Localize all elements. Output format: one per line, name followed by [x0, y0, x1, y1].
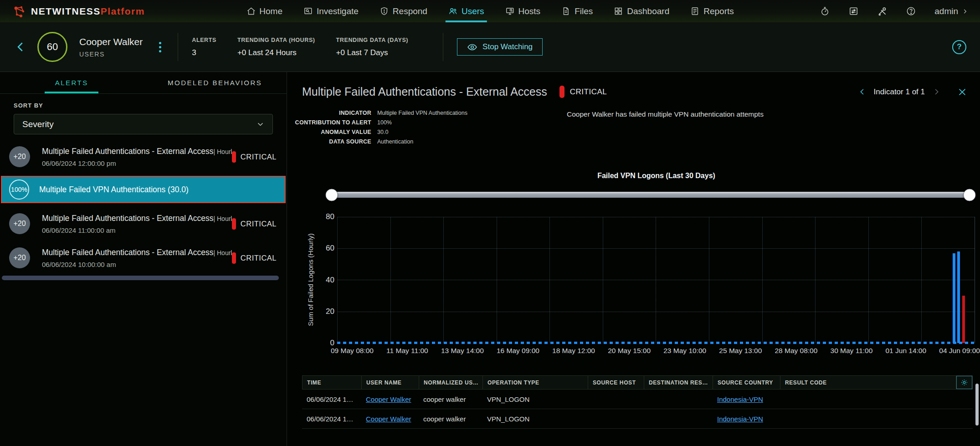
severity-pill: [232, 151, 236, 163]
entity-identity: Cooper Walker USERS: [79, 36, 143, 58]
context-help-icon[interactable]: ?: [952, 40, 966, 54]
close-icon[interactable]: [957, 87, 967, 97]
nav-item-reports[interactable]: Reports: [690, 0, 734, 22]
nav-item-home[interactable]: Home: [246, 0, 282, 22]
table-row[interactable]: 06/06/2024 12:2… Cooper Walker cooper wa…: [302, 390, 973, 409]
nav-item-hosts[interactable]: Hosts: [505, 0, 541, 22]
chart-bar-anomaly-spike: [962, 296, 965, 343]
sort-selected-value: Severity: [22, 119, 54, 129]
column-header-source-host[interactable]: SOURCE HOST: [588, 376, 644, 389]
eye-icon: [467, 43, 477, 51]
alert-list-item[interactable]: +20 Multiple Failed Authentications - Ex…: [0, 243, 287, 273]
stat-value: +0 Last 24 Hours: [237, 48, 315, 57]
cell-user-name: Cooper Walker: [361, 395, 419, 403]
column-header-normalized-user[interactable]: NORMALIZED US…: [419, 376, 483, 389]
country-link[interactable]: Indonesia-VPN: [717, 395, 763, 403]
reports-icon: [690, 6, 700, 16]
nav-label: Reports: [703, 6, 734, 16]
entity-type: USERS: [79, 51, 143, 58]
alert-list-item[interactable]: +20 Multiple Failed Authentications - Ex…: [0, 209, 287, 239]
severity-label: CRITICAL: [570, 87, 607, 97]
column-header-source-country[interactable]: SOURCE COUNTRY: [713, 376, 780, 389]
divider: [178, 33, 178, 61]
nav-label: Hosts: [518, 6, 541, 16]
nav-item-users[interactable]: Users: [448, 0, 484, 22]
stat-alerts: ALERTS 3: [192, 37, 216, 57]
cell-operation-type: VPN_LOGON: [482, 395, 588, 403]
main-nav: Home Investigate Respond Users Hosts Fil…: [246, 0, 734, 22]
alert-title: Multiple Failed Authentications - Extern…: [42, 147, 232, 156]
column-header-destination-resource[interactable]: DESTINATION RES…: [644, 376, 713, 389]
investigate-icon: [303, 6, 313, 16]
pager-next-icon[interactable]: [932, 87, 941, 96]
column-header-time[interactable]: TIME: [303, 376, 362, 389]
help-icon[interactable]: [906, 6, 916, 16]
sort-select[interactable]: Severity: [14, 114, 273, 134]
timer-icon[interactable]: [820, 6, 830, 16]
tab-alerts[interactable]: ALERTS: [0, 72, 144, 93]
users-icon: [448, 6, 458, 16]
vertical-scrollbar[interactable]: [975, 384, 979, 425]
alert-title: Multiple Failed Authentications - Extern…: [42, 248, 232, 257]
chart-bar-failed-logons-spike-2: [957, 251, 960, 343]
brand-primary: NETWITNESS: [31, 6, 101, 16]
alert-list-item[interactable]: +20 Multiple Failed Authentications - Ex…: [0, 142, 287, 172]
slider-handle-end[interactable]: [964, 189, 976, 201]
nav-item-dashboard[interactable]: Dashboard: [614, 0, 669, 22]
cell-normalized-user: cooper walker: [419, 415, 482, 423]
indicator-pager: Indicator 1 of 1: [858, 87, 967, 97]
preferences-icon[interactable]: [848, 6, 859, 16]
chevron-right-icon: [962, 8, 968, 15]
entity-actions-kebab-icon[interactable]: [156, 39, 164, 55]
chevron-left-icon: [14, 40, 27, 54]
table-row[interactable]: 06/06/2024 12:2… Cooper Walker cooper wa…: [302, 409, 973, 429]
column-settings-button[interactable]: [956, 376, 972, 389]
account-menu[interactable]: admin: [934, 6, 968, 16]
contribution-badge: 100%: [9, 179, 29, 200]
alert-frequency: | Hourly: [213, 148, 231, 155]
nav-label: Files: [575, 6, 593, 16]
alert-timestamp: 06/06/2024 12:00:00 pm: [42, 159, 232, 167]
nav-item-respond[interactable]: Respond: [380, 0, 427, 22]
slider-handle-start[interactable]: [326, 189, 338, 201]
column-header-operation-type[interactable]: OPERATION TYPE: [483, 376, 588, 389]
pager-previous-icon[interactable]: [858, 87, 867, 96]
stop-watching-label: Stop Watching: [482, 42, 533, 51]
stop-watching-button[interactable]: Stop Watching: [457, 38, 543, 56]
severity-badge: CRITICAL: [232, 151, 277, 163]
back-button[interactable]: [14, 40, 27, 54]
admin-tools-icon[interactable]: [877, 6, 888, 16]
nav-label: Investigate: [317, 6, 359, 16]
failed-vpn-logons-chart: Sum of Failed Logons (Hourly) 80 60 40 2…: [287, 204, 980, 358]
alerts-panel: ALERTS MODELED BEHAVIORS SORT BY Severit…: [0, 72, 287, 446]
time-range-slider[interactable]: [332, 192, 970, 198]
nav-label: Dashboard: [627, 6, 669, 16]
nav-item-files[interactable]: Files: [561, 0, 593, 22]
sort-section: SORT BY Severity: [0, 94, 287, 134]
indicator-details: INDICATOR Multiple Failed VPN Authentica…: [287, 110, 980, 154]
netwitness-app: NETWITNESSPlatform Home Investigate Resp…: [0, 0, 980, 446]
stat-trending-hours: TRENDING DATA (HOURS) +0 Last 24 Hours: [237, 37, 315, 57]
dashboard-icon: [614, 6, 623, 16]
risk-score-badge[interactable]: 60: [37, 32, 67, 62]
column-header-user-name[interactable]: USER NAME: [362, 376, 419, 389]
x-axis-ticks: 09 May 08:00 11 May 11:00 13 May 14:00 1…: [331, 347, 980, 355]
alert-list-item-selected[interactable]: 100% Multiple Failed VPN Authentications…: [1, 176, 286, 203]
y-axis-ticks: 80 60 40 20 0: [315, 217, 334, 343]
pager-text: Indicator 1 of 1: [874, 87, 925, 97]
brand-secondary: Platform: [101, 6, 145, 16]
user-link[interactable]: Cooper Walker: [366, 415, 411, 423]
country-link[interactable]: Indonesia-VPN: [717, 415, 763, 423]
severity-pill: [232, 218, 236, 230]
user-link[interactable]: Cooper Walker: [366, 395, 411, 403]
tab-modeled-behaviors[interactable]: MODELED BEHAVIORS: [144, 72, 287, 93]
brand-logo[interactable]: NETWITNESSPlatform: [12, 4, 145, 19]
stat-value: +0 Last 7 Days: [336, 48, 409, 57]
indicator-alert-title: Multiple Failed Authentications - Extern…: [302, 85, 547, 98]
gear-icon: [960, 379, 968, 386]
events-table: TIME USER NAME NORMALIZED US… OPERATION …: [302, 375, 973, 429]
entity-name: Cooper Walker: [79, 36, 143, 47]
horizontal-scrollbar[interactable]: [2, 276, 279, 280]
nav-item-investigate[interactable]: Investigate: [303, 0, 359, 22]
column-header-result-code[interactable]: RESULT CODE: [780, 376, 956, 389]
